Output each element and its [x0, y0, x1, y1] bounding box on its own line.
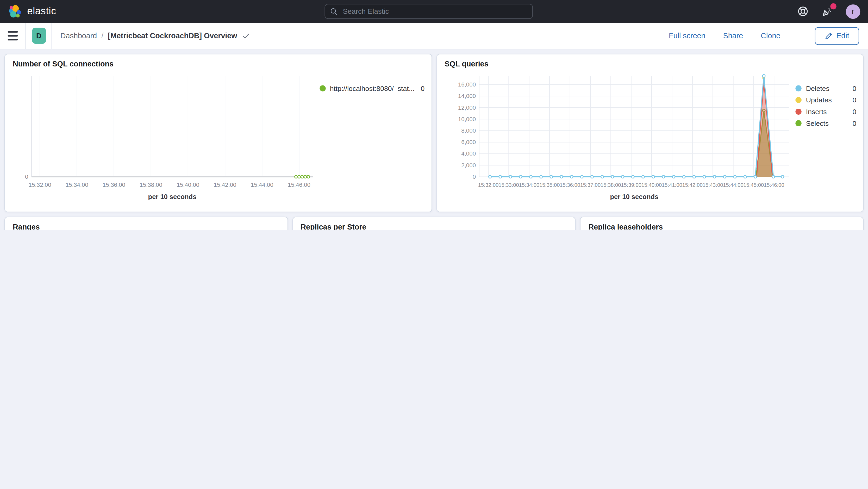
pencil-icon	[825, 32, 833, 40]
legend-swatch	[795, 97, 801, 103]
svg-text:15:46:00: 15:46:00	[288, 182, 310, 188]
svg-text:15:43:00: 15:43:00	[702, 182, 723, 188]
menu-icon[interactable]	[0, 23, 26, 49]
svg-text:2,000: 2,000	[461, 162, 475, 169]
panel-sql-connections: Number of SQL connections 15:32:0015:34:…	[4, 54, 432, 212]
elastic-logo[interactable]: elastic	[8, 4, 56, 19]
elastic-logo-icon	[8, 4, 22, 19]
svg-text:14,000: 14,000	[458, 93, 475, 99]
legend-item[interactable]: Inserts0	[795, 106, 856, 118]
search-input[interactable]	[342, 7, 527, 16]
chart-canvas[interactable]: 15:32:0015:34:0015:36:0015:38:0015:40:00…	[12, 70, 319, 207]
help-icon[interactable]	[798, 6, 808, 17]
notification-dot	[830, 3, 836, 9]
svg-text:0: 0	[472, 174, 475, 180]
legend-item[interactable]: Updates0	[795, 94, 856, 106]
legend-swatch	[795, 86, 801, 91]
kibana-app: elastic	[0, 0, 868, 230]
legend-label: Updates	[806, 96, 847, 104]
svg-text:15:38:00: 15:38:00	[600, 182, 621, 188]
svg-text:per 10 seconds: per 10 seconds	[148, 193, 197, 200]
avatar-initial: r	[852, 7, 855, 16]
panel-title[interactable]: Number of SQL connections	[13, 60, 425, 68]
svg-text:15:34:00: 15:34:00	[66, 182, 88, 188]
panel-replicas-per-store: Replicas per Store 15:32:0015:35:0015:38…	[292, 217, 576, 230]
global-search[interactable]	[324, 4, 533, 19]
panel-row: Number of SQL connections 15:32:0015:34:…	[4, 54, 864, 212]
svg-text:15:39:00: 15:39:00	[621, 182, 641, 188]
breadcrumb-dashboard-link[interactable]: Dashboard	[60, 32, 97, 40]
chart-canvas[interactable]: 15:32:0015:33:0015:34:0015:35:0015:36:00…	[443, 70, 796, 207]
panel-title[interactable]: Replica leaseholders	[589, 223, 857, 230]
svg-text:15:45:00: 15:45:00	[743, 182, 764, 188]
legend-item[interactable]: http://localhost:8080/_stat...0	[319, 83, 425, 94]
panel-sql-queries: SQL queries 15:32:0015:33:0015:34:0015:3…	[436, 54, 864, 212]
legend-value: 0	[852, 119, 857, 127]
panel-row: Ranges 15:32:0015:34:0015:36:0015:38:001…	[4, 217, 864, 230]
legend-item[interactable]: Selects0	[795, 118, 856, 129]
svg-text:8,000: 8,000	[461, 127, 475, 134]
breadcrumb: Dashboard / [Metricbeat CockroachDB] Ove…	[60, 32, 250, 40]
legend-value: 0	[852, 96, 857, 104]
panel-title[interactable]: Ranges	[13, 223, 281, 230]
svg-text:15:40:00: 15:40:00	[641, 182, 662, 188]
toolbar-actions: Full screen Share Clone Edit	[669, 27, 859, 44]
legend-label: http://localhost:8080/_stat...	[330, 84, 415, 92]
full-screen-button[interactable]: Full screen	[669, 32, 705, 40]
svg-text:15:38:00: 15:38:00	[140, 182, 162, 188]
svg-text:15:41:00: 15:41:00	[661, 182, 682, 188]
svg-text:15:34:00: 15:34:00	[519, 182, 539, 188]
svg-text:6,000: 6,000	[461, 139, 475, 145]
clone-button[interactable]: Clone	[761, 32, 780, 40]
brand-text: elastic	[27, 5, 56, 17]
title-check-icon[interactable]	[242, 32, 250, 40]
space-badge-wrap: D	[26, 28, 52, 44]
dashboard-grid: Number of SQL connections 15:32:0015:34:…	[0, 49, 868, 230]
svg-text:0: 0	[25, 174, 28, 180]
legend-swatch	[319, 86, 325, 91]
svg-text:15:36:00: 15:36:00	[103, 182, 125, 188]
dashboard-toolbar: D Dashboard / [Metricbeat CockroachDB] O…	[0, 23, 868, 49]
svg-text:15:35:00: 15:35:00	[539, 182, 560, 188]
edit-button[interactable]: Edit	[815, 27, 859, 44]
space-badge[interactable]: D	[32, 28, 45, 44]
legend-value: 0	[421, 84, 425, 92]
svg-text:15:42:00: 15:42:00	[682, 182, 702, 188]
svg-text:15:36:00: 15:36:00	[559, 182, 580, 188]
edit-button-label: Edit	[836, 32, 849, 40]
legend-value: 0	[852, 84, 857, 92]
svg-text:10,000: 10,000	[458, 116, 475, 122]
share-button[interactable]: Share	[723, 32, 743, 40]
legend-item[interactable]: Deletes0	[795, 83, 856, 94]
svg-text:15:44:00: 15:44:00	[723, 182, 743, 188]
svg-text:15:42:00: 15:42:00	[214, 182, 237, 188]
divider	[52, 23, 52, 49]
svg-text:4,000: 4,000	[461, 150, 475, 157]
legend-swatch	[795, 109, 801, 115]
chart-legend: http://localhost:8080/_stat...0	[319, 70, 425, 207]
legend-swatch	[795, 120, 801, 126]
legend-label: Selects	[806, 119, 847, 127]
legend-label: Inserts	[806, 108, 847, 116]
svg-text:15:32:00: 15:32:00	[478, 182, 498, 188]
panel-title[interactable]: Replicas per Store	[301, 223, 568, 230]
panel-replica-leaseholders: Replica leaseholders 15:32:0015:35:0015:…	[580, 217, 864, 230]
page-title: [Metricbeat CockroachDB] Overview	[108, 32, 237, 40]
svg-text:15:46:00: 15:46:00	[764, 182, 784, 188]
breadcrumb-separator: /	[101, 32, 103, 40]
svg-text:12,000: 12,000	[458, 104, 475, 111]
user-avatar[interactable]: r	[846, 4, 860, 19]
svg-text:15:40:00: 15:40:00	[177, 182, 199, 188]
chart-legend: Deletes0Updates0Inserts0Selects0	[795, 70, 856, 207]
panel-ranges: Ranges 15:32:0015:34:0015:36:0015:38:001…	[4, 217, 288, 230]
panel-title[interactable]: SQL queries	[444, 60, 856, 68]
svg-text:15:33:00: 15:33:00	[498, 182, 519, 188]
svg-text:15:32:00: 15:32:00	[29, 182, 51, 188]
search-icon	[330, 7, 338, 16]
svg-text:16,000: 16,000	[458, 81, 475, 88]
top-navigation-bar: elastic	[0, 0, 868, 23]
newsfeed-icon[interactable]	[822, 6, 833, 17]
svg-text:15:37:00: 15:37:00	[580, 182, 600, 188]
svg-text:15:44:00: 15:44:00	[251, 182, 274, 188]
legend-label: Deletes	[806, 84, 847, 92]
